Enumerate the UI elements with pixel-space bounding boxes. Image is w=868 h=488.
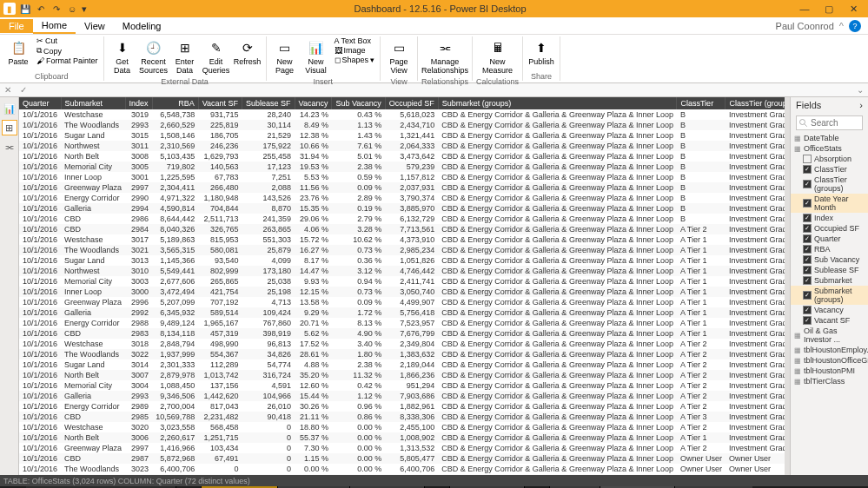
help-icon[interactable]: ?: [849, 20, 861, 32]
field-checkbox[interactable]: [803, 155, 812, 163]
redo-icon[interactable]: ↷: [50, 3, 63, 15]
field-checkbox[interactable]: ✓: [803, 306, 812, 314]
column-header[interactable]: Index: [125, 97, 152, 109]
collapse-fields-icon[interactable]: ›: [859, 100, 863, 110]
table-row[interactable]: 10/1/2016Inner Loop30003,472,494421,7542…: [19, 287, 785, 297]
column-header[interactable]: RBA: [152, 97, 198, 109]
table-row[interactable]: 10/1/2016Memorial City30032,677,606265,8…: [19, 276, 785, 287]
format-painter-button[interactable]: 🖌 Format Painter: [36, 56, 98, 65]
table-row[interactable]: 10/1/2016Northwest30112,310,569246,23617…: [19, 141, 785, 151]
fields-header[interactable]: Fields›: [791, 97, 868, 113]
field-column[interactable]: ✓RBA: [791, 244, 868, 254]
smiley-icon[interactable]: ☺: [66, 3, 78, 15]
table-row[interactable]: 10/1/2016The Woodlands30221,937,999554,3…: [19, 349, 785, 359]
field-table[interactable]: ▦tblTierClass: [791, 376, 868, 386]
field-table[interactable]: ▦DateTable: [791, 133, 868, 143]
column-header[interactable]: Submarket: [61, 97, 125, 109]
field-column[interactable]: ✓Vacant SF: [791, 315, 868, 326]
field-column[interactable]: Absorption: [791, 154, 868, 164]
page-view-button[interactable]: ▭PageView: [384, 36, 414, 76]
text-box-button[interactable]: A Text Box: [335, 36, 375, 45]
manage-relationships-button[interactable]: ⫘ManageRelationships: [430, 36, 460, 76]
field-checkbox[interactable]: ✓: [803, 291, 812, 300]
paste-button[interactable]: 📋Paste: [3, 36, 33, 68]
table-row[interactable]: 10/1/2016Galleria29939,346,5061,442,6201…: [19, 391, 785, 401]
column-header[interactable]: Sub Vacancy: [332, 97, 385, 109]
table-row[interactable]: 10/1/2016Greenway Plaza29972,304,411266,…: [19, 182, 785, 193]
field-checkbox[interactable]: ✓: [803, 214, 812, 222]
tab-view[interactable]: View: [76, 19, 114, 33]
field-column[interactable]: ✓Index: [791, 213, 868, 223]
table-row[interactable]: 10/1/2016Galleria29944,590,814704,8448,8…: [19, 203, 785, 214]
fields-search-input[interactable]: [796, 115, 863, 130]
shapes-button[interactable]: ◻ Shapes ▾: [335, 56, 375, 64]
data-grid[interactable]: QuarterSubmarketIndexRBAVacant SFSubleas…: [19, 97, 785, 475]
enter-data-button[interactable]: ⊞EnterData: [170, 36, 200, 76]
new-visual-button[interactable]: 📊NewVisual: [301, 36, 331, 76]
table-row[interactable]: 10/1/2016Inner Loop30011,225,59567,7837,…: [19, 172, 785, 182]
copy-button[interactable]: ⧉ Copy: [36, 46, 98, 56]
column-header[interactable]: Sublease SF: [242, 97, 295, 109]
table-row[interactable]: 10/1/2016Greenway Plaza29965,207,099707,…: [19, 297, 785, 307]
image-button[interactable]: 🖼 Image: [335, 46, 375, 55]
column-header[interactable]: Vacancy: [295, 97, 332, 109]
fx-expand-icon[interactable]: ⌄: [852, 85, 868, 95]
table-row[interactable]: 10/1/2016Westchase30182,848,794498,99096…: [19, 339, 785, 349]
field-checkbox[interactable]: ✓: [803, 199, 812, 208]
field-table[interactable]: ▦tblHoustonOfficeGr...: [791, 355, 868, 366]
field-checkbox[interactable]: ✓: [803, 180, 812, 188]
table-row[interactable]: 10/1/2016Greenway Plaza29971,416,966103,…: [19, 443, 785, 453]
field-column[interactable]: ✓Sublease SF: [791, 265, 868, 275]
table-row[interactable]: 10/1/2016Memorial City3005719,802140,563…: [19, 162, 785, 172]
user-name[interactable]: Paul Coonrod: [776, 21, 834, 31]
table-row[interactable]: 10/1/2016Westchase30175,189,863815,95355…: [19, 234, 785, 245]
table-row[interactable]: 10/1/2016Westchase30196,548,738931,71528…: [19, 109, 785, 120]
field-checkbox[interactable]: ✓: [803, 234, 812, 243]
column-header[interactable]: ClassTier (groups): [726, 97, 785, 109]
fx-accept-icon[interactable]: ✓: [16, 85, 31, 95]
field-checkbox[interactable]: ✓: [803, 316, 812, 325]
tab-home[interactable]: Home: [33, 18, 76, 34]
table-row[interactable]: 10/1/2016Energy Corridor29904,971,3221,1…: [19, 193, 785, 203]
field-table[interactable]: ▦OfficeStats: [791, 143, 868, 154]
column-header[interactable]: ClassTier: [677, 97, 726, 109]
table-row[interactable]: 10/1/2016Memorial City30041,088,450137,1…: [19, 380, 785, 391]
edit-queries-button[interactable]: ✎EditQueries: [202, 36, 231, 76]
column-header[interactable]: Submarket (groups): [438, 97, 677, 109]
minimize-button[interactable]: —: [793, 1, 816, 16]
field-table[interactable]: ▦tblHoustonEmploy...: [791, 345, 868, 355]
new-page-button[interactable]: ▭NewPage: [270, 36, 300, 76]
collapse-ribbon-icon[interactable]: ^: [839, 21, 844, 31]
refresh-button[interactable]: ⟳Refresh: [233, 36, 262, 68]
table-row[interactable]: 10/1/2016Westchase30203,023,558568,45801…: [19, 422, 785, 432]
field-checkbox[interactable]: ✓: [803, 224, 812, 233]
field-checkbox[interactable]: ✓: [803, 255, 812, 264]
fx-cancel-icon[interactable]: ✕: [0, 85, 16, 95]
table-row[interactable]: 10/1/2016The Woodlands29932,660,529225,8…: [19, 120, 785, 130]
table-row[interactable]: 10/1/2016North Belt30085,103,4351,629,79…: [19, 151, 785, 162]
field-column[interactable]: ✓ClassTier: [791, 164, 868, 175]
table-row[interactable]: 10/1/2016Energy Corridor29892,700,004817…: [19, 401, 785, 412]
table-row[interactable]: 10/1/2016CBD29848,040,326326,765263,8654…: [19, 224, 785, 234]
table-row[interactable]: 10/1/2016CBD29875,872,96867,49101.15 %0.…: [19, 453, 785, 464]
table-row[interactable]: 10/1/2016Energy Corridor29889,489,1241,9…: [19, 318, 785, 328]
undo-icon[interactable]: ↶: [35, 3, 47, 15]
field-column[interactable]: ✓Quarter: [791, 234, 868, 244]
table-row[interactable]: 10/1/2016Galleria29926,345,932589,514109…: [19, 307, 785, 318]
table-row[interactable]: 10/1/2016Northwest30105,549,441802,99917…: [19, 266, 785, 276]
table-row[interactable]: 10/1/2016North Belt30062,260,6171,251,71…: [19, 432, 785, 443]
field-column[interactable]: ✓Vacancy: [791, 305, 868, 315]
table-row[interactable]: 10/1/2016Sugar Land30151,508,146186,7052…: [19, 130, 785, 141]
field-table[interactable]: ▦tblHoustonPMI: [791, 366, 868, 376]
tab-file[interactable]: File: [0, 19, 33, 33]
field-column[interactable]: ✓Sub Vacancy: [791, 254, 868, 265]
table-row[interactable]: 10/1/2016Sugar Land3016293,000000.00 %0.…: [19, 474, 785, 475]
recent-sources-button[interactable]: 🕘RecentSources: [139, 36, 169, 76]
table-row[interactable]: 10/1/2016Sugar Land30131,145,36693,5404,…: [19, 255, 785, 266]
column-header[interactable]: Occupied SF: [385, 97, 438, 109]
field-column[interactable]: ✓Submarket: [791, 275, 868, 286]
close-button[interactable]: ✕: [842, 1, 865, 16]
field-table[interactable]: ▦Oil & Gas Investor ...: [791, 326, 868, 345]
field-column[interactable]: ✓ClassTier (groups): [791, 175, 868, 194]
field-column[interactable]: ✓Date Year Month: [791, 194, 868, 213]
